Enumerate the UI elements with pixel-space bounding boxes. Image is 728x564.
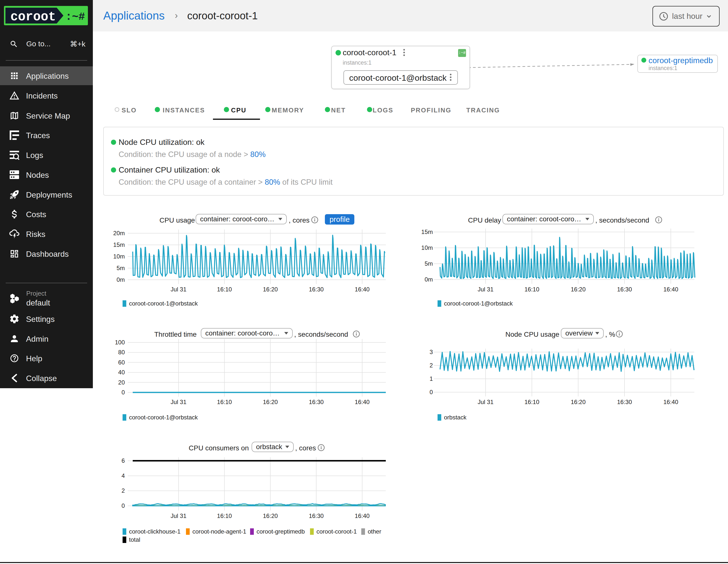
svg-text:Jul 31: Jul 31 bbox=[478, 399, 494, 405]
svg-text:Jul 31: Jul 31 bbox=[171, 286, 186, 293]
svg-text:16:20: 16:20 bbox=[571, 286, 586, 293]
svg-text:16:20: 16:20 bbox=[571, 399, 586, 405]
svg-text:100: 100 bbox=[115, 339, 125, 346]
svg-text:16:40: 16:40 bbox=[355, 513, 370, 519]
svg-text:16:10: 16:10 bbox=[524, 286, 539, 293]
svg-text:20: 20 bbox=[118, 379, 125, 386]
svg-text:40: 40 bbox=[118, 369, 125, 376]
svg-text:2: 2 bbox=[122, 487, 125, 494]
svg-text:80: 80 bbox=[118, 349, 125, 356]
svg-text:Jul 31: Jul 31 bbox=[478, 286, 494, 293]
svg-text:16:30: 16:30 bbox=[309, 399, 324, 405]
svg-text:16:30: 16:30 bbox=[617, 286, 632, 293]
svg-text:10m: 10m bbox=[113, 253, 125, 260]
svg-text:5m: 5m bbox=[117, 265, 125, 271]
svg-text:16:20: 16:20 bbox=[263, 399, 278, 405]
svg-text:20m: 20m bbox=[113, 230, 125, 236]
svg-text:16:30: 16:30 bbox=[309, 286, 324, 293]
svg-text:15m: 15m bbox=[113, 241, 125, 248]
svg-text:Jul 31: Jul 31 bbox=[171, 513, 186, 519]
svg-text:16:40: 16:40 bbox=[355, 399, 370, 405]
svg-text:15m: 15m bbox=[421, 229, 433, 235]
svg-text:16:30: 16:30 bbox=[617, 399, 632, 405]
svg-text:16:20: 16:20 bbox=[263, 513, 278, 519]
svg-text:3: 3 bbox=[430, 349, 433, 355]
svg-text:6: 6 bbox=[122, 457, 125, 464]
svg-text:0m: 0m bbox=[117, 276, 125, 283]
svg-text:16:20: 16:20 bbox=[263, 286, 278, 293]
svg-text:0: 0 bbox=[122, 502, 125, 509]
svg-text:10m: 10m bbox=[421, 244, 433, 251]
svg-text:60: 60 bbox=[118, 359, 125, 366]
svg-text:5m: 5m bbox=[425, 260, 433, 267]
svg-text:16:40: 16:40 bbox=[663, 399, 678, 405]
svg-text:16:40: 16:40 bbox=[355, 286, 370, 293]
svg-text:16:10: 16:10 bbox=[217, 286, 232, 293]
svg-text:0m: 0m bbox=[425, 276, 433, 283]
svg-text:4: 4 bbox=[122, 472, 125, 479]
svg-text:16:10: 16:10 bbox=[217, 399, 232, 405]
svg-text:16:10: 16:10 bbox=[524, 399, 539, 405]
svg-text:0: 0 bbox=[122, 389, 125, 396]
svg-text:16:30: 16:30 bbox=[309, 513, 324, 519]
svg-text:16:10: 16:10 bbox=[217, 513, 232, 519]
svg-text:Jul 31: Jul 31 bbox=[171, 399, 186, 405]
svg-text:1: 1 bbox=[430, 375, 433, 382]
svg-text:0: 0 bbox=[430, 389, 433, 395]
svg-text:2: 2 bbox=[430, 362, 433, 369]
svg-text:16:40: 16:40 bbox=[663, 286, 678, 293]
